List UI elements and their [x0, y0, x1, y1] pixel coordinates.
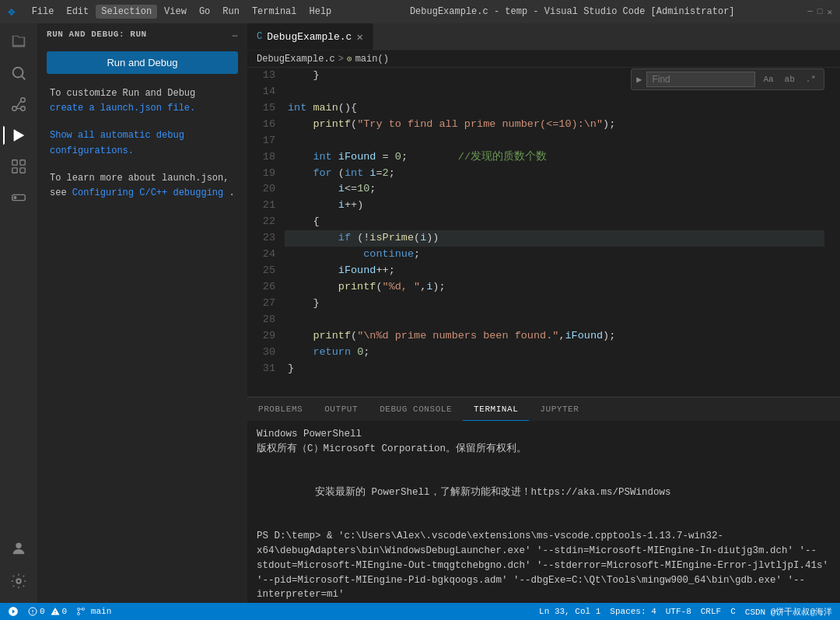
code-line-27: } [285, 296, 824, 312]
code-line-31: } [285, 361, 824, 377]
panel-tab-problems[interactable]: PROBLEMS [247, 398, 313, 421]
svg-point-0 [13, 68, 23, 78]
panel-tab-jupyter[interactable]: JUPYTER [529, 398, 590, 421]
svg-point-21 [78, 613, 80, 615]
run-and-debug-button[interactable]: Run and Debug [47, 51, 238, 74]
code-line-15: int main(){ [285, 100, 824, 117]
status-bar-right: Ln 33, Col 1 Spaces: 4 UTF-8 CRLF C CSDN… [539, 606, 832, 618]
activity-account-icon[interactable] [3, 533, 34, 564]
main-area: RUN AND DEBUG: RUN … Run and Debug To cu… [0, 23, 840, 603]
find-regex[interactable]: .* [803, 73, 819, 86]
maximize-icon[interactable]: □ [817, 7, 823, 16]
menu-help[interactable]: Help [304, 5, 338, 19]
svg-point-3 [21, 98, 26, 103]
code-line-23: if (!isPrime(i)) [285, 230, 824, 247]
configure-debugging-link[interactable]: Configuring C/C++ debugging [72, 187, 223, 198]
tab-close-icon[interactable]: ✕ [356, 30, 362, 44]
activity-search-icon[interactable] [3, 58, 34, 89]
svg-line-1 [22, 76, 25, 79]
terminal-content[interactable]: Windows PowerShell 版权所有（C）Microsoft Corp… [247, 421, 840, 603]
editor-tab-active[interactable]: C DebugExample.c ✕ [247, 23, 373, 50]
activity-debug-icon[interactable] [3, 120, 34, 151]
show-auto-debug-link[interactable]: Show all automatic debug configurations. [50, 130, 184, 156]
svg-marker-7 [15, 130, 25, 142]
find-input[interactable] [646, 72, 755, 87]
status-position[interactable]: Ln 33, Col 1 [539, 607, 600, 616]
tab-file-icon: C [257, 31, 262, 42]
status-line-ending[interactable]: CRLF [701, 607, 721, 616]
code-line-21: i++) [285, 198, 824, 214]
breadcrumb-function[interactable]: main() [355, 54, 389, 65]
code-line-24: continue; [285, 247, 824, 263]
panel-tab-terminal[interactable]: TERMINAL [463, 398, 529, 421]
panel-tab-output[interactable]: OUTPUT [313, 398, 369, 421]
editor-area: C DebugExample.c ✕ DebugExample.c > ⊙ ma… [247, 23, 840, 603]
svg-point-19 [33, 613, 33, 614]
menu-view[interactable]: View [159, 5, 192, 19]
status-watermark: CSDN @饼干叔叔@海洋 [745, 606, 832, 618]
code-line-26: printf("%d, ",i); [285, 279, 824, 296]
close-icon[interactable]: ✕ [827, 7, 832, 17]
activity-explorer-icon[interactable] [3, 26, 34, 58]
status-language[interactable]: C [730, 607, 736, 616]
activity-settings-icon[interactable] [3, 566, 34, 597]
code-lines: } int main(){ printf("Try to find all pr… [285, 68, 840, 377]
menu-selection[interactable]: Selection [96, 5, 157, 19]
find-expand-icon[interactable]: ▶ [636, 74, 642, 86]
create-launch-json-link[interactable]: create a launch.json file. [50, 103, 195, 114]
sidebar-header: RUN AND DEBUG: RUN … [37, 23, 247, 45]
activity-remote-icon[interactable] [3, 182, 34, 213]
code-line-18: int iFound = 0; //发现的质数个数 [285, 149, 824, 166]
menu-go[interactable]: Go [194, 5, 215, 19]
menu-edit[interactable]: Edit [61, 5, 94, 19]
svg-rect-10 [20, 160, 25, 165]
tab-bar: C DebugExample.c ✕ [247, 23, 840, 51]
breadcrumb-file[interactable]: DebugExample.c [257, 54, 335, 65]
terminal-line-3 [257, 457, 831, 471]
sidebar: RUN AND DEBUG: RUN … Run and Debug To cu… [37, 23, 247, 603]
code-editor[interactable]: 13 14 15 16 17 18 19 20 21 22 23 24 25 2… [247, 68, 840, 397]
panel-tab-debug-console[interactable]: DEBUG CONSOLE [369, 398, 463, 421]
code-line-28 [285, 312, 824, 328]
code-line-29: printf("\n%d prime numbers been found.",… [285, 328, 824, 345]
status-branch[interactable]: main [76, 607, 111, 616]
activity-extensions-icon[interactable] [3, 151, 34, 182]
minimize-icon[interactable]: ─ [807, 7, 813, 16]
svg-point-20 [78, 608, 80, 611]
titlebar-left: ❖ File Edit Selection View Go Run Termin… [8, 4, 337, 19]
sidebar-title: RUN AND DEBUG: RUN [47, 30, 147, 39]
menu-terminal[interactable]: Terminal [247, 5, 303, 19]
find-whole-word[interactable]: ab [782, 73, 798, 86]
status-spaces[interactable]: Spaces: 4 [610, 607, 656, 616]
status-bar: 0 0 main Ln 33, Col 1 Spaces: 4 UTF-8 CR… [0, 603, 840, 620]
activity-bar [0, 23, 37, 603]
svg-line-5 [16, 101, 21, 107]
svg-rect-9 [12, 160, 17, 165]
status-encoding[interactable]: UTF-8 [666, 607, 691, 616]
code-line-20: i<=10; [285, 181, 824, 198]
status-remote[interactable] [8, 606, 19, 617]
sidebar-auto-debug-text: Show all automatic debug configurations. [37, 122, 247, 164]
menu-file[interactable]: File [26, 5, 60, 19]
terminal-line-5 [257, 515, 831, 530]
status-bar-left: 0 0 main [8, 606, 111, 617]
breadcrumb-sep: > [338, 54, 344, 65]
terminal-line-4: 安装最新的 PowerShell，了解新功能和改进！https://aka.ms… [257, 471, 831, 514]
code-line-30: return 0; [285, 345, 824, 361]
svg-point-15 [16, 543, 21, 548]
activity-scm-icon[interactable] [3, 89, 34, 120]
breadcrumb: DebugExample.c > ⊙ main() [247, 51, 840, 68]
find-match-case[interactable]: Aa [760, 73, 776, 86]
sidebar-header-icons: … [233, 30, 238, 39]
sidebar-learn-more-text: To learn more about launch.json, see Con… [37, 165, 247, 207]
code-line-19: for (int i=2; [285, 166, 824, 182]
menu-run[interactable]: Run [217, 5, 245, 19]
sidebar-more-icon[interactable]: … [233, 30, 238, 39]
activity-bar-bottom [3, 533, 34, 603]
code-line-25: iFound++; [285, 263, 824, 279]
svg-rect-8 [14, 130, 16, 142]
find-bar: ▶ Aa ab .* [631, 68, 824, 90]
terminal-line-2: 版权所有（C）Microsoft Corporation。保留所有权利。 [257, 442, 831, 457]
svg-point-16 [16, 579, 21, 583]
status-errors[interactable]: 0 0 [28, 607, 67, 616]
